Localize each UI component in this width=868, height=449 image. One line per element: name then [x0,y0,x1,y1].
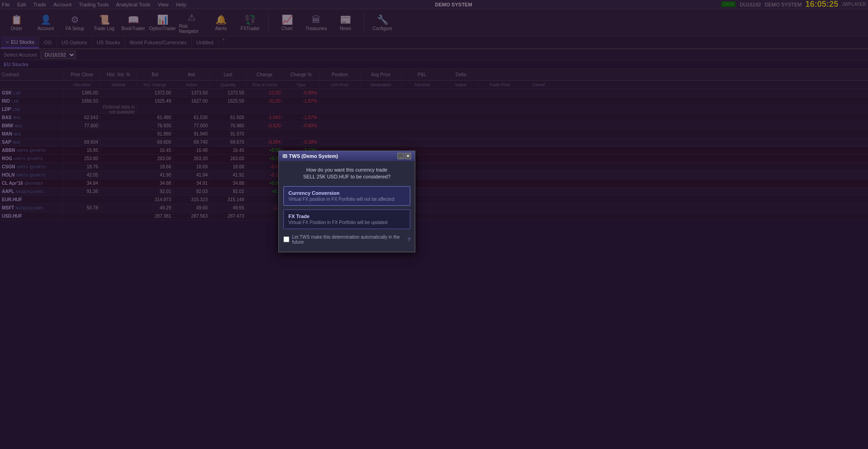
currency-conversion-option[interactable]: Currency Conversion Virtual FX position … [283,186,410,206]
help-icon[interactable]: ? [408,237,410,242]
auto-determine-checkbox[interactable] [283,236,289,242]
dialog-minimize-button[interactable]: _ [397,153,404,159]
dialog-title-buttons: _ ✕ [397,153,411,159]
auto-determine-label: Let TWS make this determination automati… [292,235,405,245]
currency-conversion-desc: Virtual FX position in FX Portfolio will… [288,197,405,202]
fx-trade-title: FX Trade [288,214,405,219]
dialog-question-line2: SELL 25K USD.HUF to be considered? [283,173,410,180]
dialog-body: How do you want this currency trade SELL… [279,161,415,252]
auto-determine-row: Let TWS make this determination automati… [283,233,410,246]
currency-conversion-title: Currency Conversion [288,190,405,196]
dialog-question-line1: How do you want this currency trade [283,167,410,173]
fx-trade-option[interactable]: FX Trade Virtual FX Position in FX Portf… [283,209,410,229]
dialog-close-button[interactable]: ✕ [405,153,411,159]
dialog-title-bar: IB TWS (Demo System) _ ✕ [279,151,415,161]
modal-overlay [0,0,868,449]
fx-trade-desc: Virtual FX Position in FX Portfolio will… [288,220,405,225]
dialog-question: How do you want this currency trade SELL… [283,167,410,181]
dialog-title-text: IB TWS (Demo System) [282,153,338,159]
currency-trade-dialog: IB TWS (Demo System) _ ✕ How do you want… [278,151,415,252]
